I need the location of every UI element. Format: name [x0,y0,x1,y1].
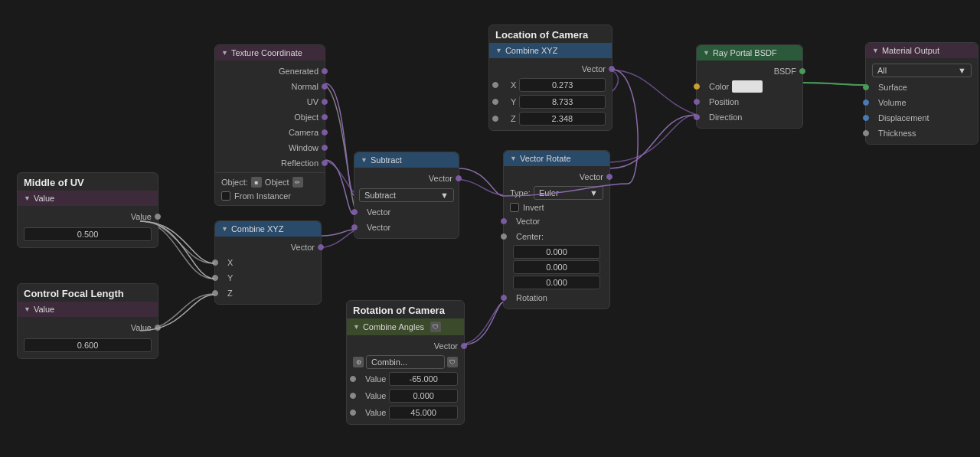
ray-portal-collapse[interactable]: ▼ [703,49,710,57]
subtract-vector1-socket[interactable] [351,209,358,215]
combine-xyz-collapse[interactable]: ▼ [221,225,228,233]
vec-rot-center-socket[interactable] [501,233,507,240]
displacement-label: Displacement [878,113,929,122]
subtract-vector2-socket[interactable] [351,224,358,230]
type-row: Type: Euler ▼ [504,184,609,201]
subtract-body: Vector Subtract ▼ Vector Vector [354,168,459,238]
bsdf-out-socket[interactable] [799,68,805,74]
mat-out-collapse[interactable]: ▼ [872,47,879,54]
mat-dropdown[interactable]: All ▼ [872,64,972,77]
displacement-socket[interactable] [863,115,869,121]
rot-cam-collapse[interactable]: ▼ [353,323,360,331]
displacement-row: Displacement [866,110,978,126]
subtract-node: ▼ Subtract Vector Subtract ▼ Vector Vect… [354,152,459,239]
thickness-row: Thickness [866,126,978,141]
thickness-socket[interactable] [863,130,869,136]
combine-inner-shield[interactable]: 🛡 [447,357,458,367]
direction-socket[interactable] [694,114,700,120]
vec-rot-rotation-socket[interactable] [501,295,507,301]
combine-x-socket[interactable] [212,260,218,266]
surface-socket[interactable] [863,84,869,90]
combine-xyz-vector-socket[interactable] [318,244,324,250]
rot-val1-socket[interactable] [350,376,356,382]
collapse-arrow2[interactable]: ▼ [24,305,31,313]
loc-y-socket[interactable] [492,99,498,105]
generated-socket[interactable] [322,68,328,74]
loc-z-socket[interactable] [492,116,498,122]
subtract-collapse[interactable]: ▼ [361,156,368,164]
center-x-value[interactable]: 0.000 [513,245,600,259]
object-edit-icon[interactable]: ✏ [292,177,303,188]
color-socket[interactable] [694,83,700,90]
loc-collapse[interactable]: ▼ [495,47,502,54]
volume-socket[interactable] [863,100,869,106]
combine-angles-icon[interactable]: 🛡 [430,322,441,332]
loc-vector-out-row: Vector [489,61,612,77]
type-dropdown[interactable]: Euler ▼ [534,186,603,200]
camera-socket[interactable] [322,129,328,135]
ray-portal-node: ▼ Ray Portal BSDF BSDF Color Position Di… [696,44,803,129]
middle-of-uv-value-header: ▼ Value [18,191,158,206]
normal-socket[interactable] [322,83,328,90]
rot-val1-value[interactable]: -65.000 [389,372,458,386]
mat-dropdown-row: All ▼ [866,61,978,80]
rot-val3-value[interactable]: 45.000 [389,406,458,419]
center-z-value[interactable]: 0.000 [513,276,600,289]
middle-of-uv-value-field[interactable]: 0.500 [24,227,152,241]
tex-collapse[interactable]: ▼ [221,49,228,57]
window-socket[interactable] [322,145,328,151]
loc-vector-out-label: Vector [582,64,606,73]
position-socket[interactable] [694,99,700,105]
rot-val2-value[interactable]: 0.000 [389,389,458,403]
window-label: Window [289,143,318,152]
loc-x-value[interactable]: 0.273 [519,78,606,92]
loc-y-label: Y [511,97,516,106]
vec-rot-out-socket[interactable] [606,174,612,180]
loc-vector-out-socket[interactable] [609,66,615,72]
rot-cam-vector-out-socket[interactable] [461,343,467,349]
vec-rot-vector-socket[interactable] [501,218,507,224]
combine-inner-dropdown[interactable]: Combin... [366,355,445,369]
loc-y-value[interactable]: 8.733 [519,95,606,109]
combine-inner-icon[interactable]: ⚙ [353,357,364,367]
invert-label: Invert [523,203,544,212]
subtract-vector-out-socket[interactable] [456,175,462,181]
focal-output-socket[interactable] [155,325,161,331]
center-y-value[interactable]: 0.000 [513,260,600,274]
rot-val1-inner: Value -65.000 [353,372,458,386]
ray-portal-header: ▼ Ray Portal BSDF [697,45,802,60]
uv-socket[interactable] [322,99,328,105]
subtract-title: Subtract [371,155,402,165]
subtract-dropdown[interactable]: Subtract ▼ [359,188,454,202]
vec-rot-collapse[interactable]: ▼ [510,155,517,162]
location-camera-inner-header: ▼ Combine XYZ [489,43,612,58]
color-preview[interactable] [732,80,763,93]
type-label: Type: [510,188,531,197]
control-focal-value-field[interactable]: 0.600 [24,338,152,352]
normal-row: Normal [215,79,325,94]
reflection-row: Reflection [215,155,325,171]
object-selector-value[interactable]: Object [265,178,289,187]
rot-val3-socket[interactable] [350,410,356,416]
from-instancer-checkbox[interactable] [221,191,230,201]
invert-checkbox[interactable] [510,203,519,212]
reflection-socket[interactable] [322,160,328,166]
loc-x-socket[interactable] [492,82,498,88]
loc-combine-xyz-label: Combine XYZ [505,46,557,55]
center-x-row: 0.000 [504,244,609,260]
combine-z-socket[interactable] [212,290,218,296]
object-out-socket[interactable] [322,114,328,120]
loc-z-value[interactable]: 2.348 [519,112,606,126]
combine-y-socket[interactable] [212,275,218,281]
rotation-camera-body: Vector ⚙ Combin... 🛡 Value -65.000 Value… [347,335,464,424]
loc-x-row: X 0.273 [489,77,612,93]
combine-xyz-vector-out-row: Vector [215,240,321,255]
texture-coord-header: ▼ Texture Coordinate [215,45,325,60]
value-output-socket[interactable] [155,214,161,220]
loc-y-row: Y 8.733 [489,93,612,110]
rot-val2-label: Value [365,391,386,400]
collapse-arrow[interactable]: ▼ [24,194,31,202]
rot-val2-socket[interactable] [350,393,356,399]
location-camera-title: Location of Camera [489,25,612,43]
type-arrow: ▼ [590,188,598,197]
